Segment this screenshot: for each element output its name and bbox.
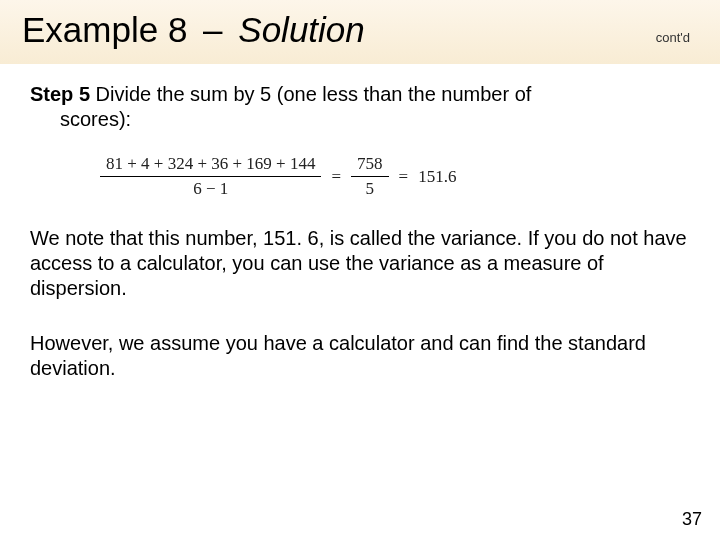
equation-result: 151.6: [418, 166, 456, 187]
equation: 81 + 4 + 324 + 36 + 169 + 144 6 − 1 = 75…: [100, 154, 690, 200]
numerator-right: 758: [351, 154, 389, 176]
title-suffix: Solution: [238, 10, 364, 49]
denominator-left: 6 − 1: [100, 176, 321, 199]
numerator-left: 81 + 4 + 324 + 36 + 169 + 144: [100, 154, 321, 176]
denominator-right: 5: [351, 176, 389, 199]
slide-title: Example 8 – Solution: [22, 10, 365, 50]
slide-content: Step 5 Divide the sum by 5 (one less tha…: [0, 64, 720, 381]
step-text-line1: Divide the sum by 5 (one less than the n…: [90, 83, 531, 105]
step-label: Step 5: [30, 83, 90, 105]
page-number: 37: [682, 509, 702, 530]
title-dash: –: [203, 10, 222, 49]
step-text-line2: scores):: [30, 107, 690, 132]
fraction-left: 81 + 4 + 324 + 36 + 169 + 144 6 − 1: [100, 154, 321, 200]
equals-sign-2: =: [399, 166, 409, 187]
title-bar: Example 8 – Solution cont'd: [0, 0, 720, 64]
paragraph-calculator: However, we assume you have a calculator…: [30, 331, 690, 381]
title-prefix: Example 8: [22, 10, 187, 49]
fraction-right: 758 5: [351, 154, 389, 200]
step-block: Step 5 Divide the sum by 5 (one less tha…: [30, 82, 690, 132]
paragraph-variance: We note that this number, 151. 6, is cal…: [30, 226, 690, 301]
continued-label: cont'd: [656, 30, 698, 45]
equals-sign-1: =: [331, 166, 341, 187]
